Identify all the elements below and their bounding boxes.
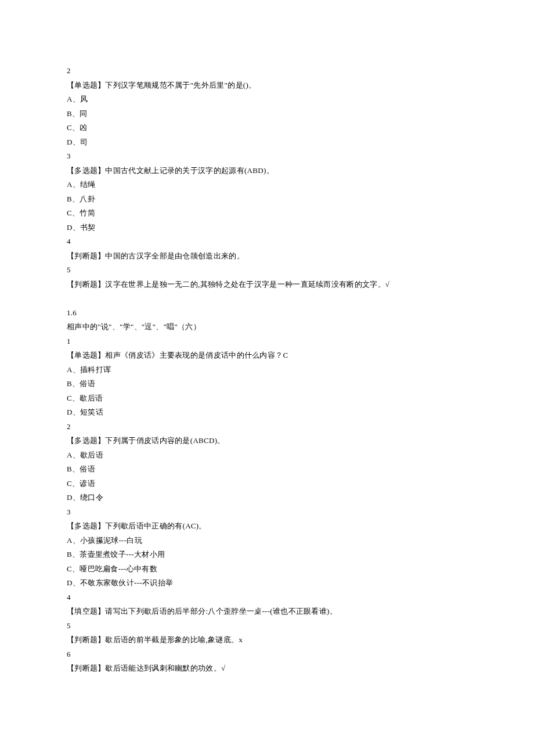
text-line: A、小孩攥泥球---白玩 [67,534,467,548]
text-line: 3 [67,505,467,520]
text-line: D、短笑话 [67,405,467,420]
text-line: C、歇后语 [67,391,467,406]
text-line: 相声中的"说"、"学"、"逗"、"唱"（六） [67,320,467,334]
text-line: B、俗语 [67,377,467,391]
text-line: 4 [67,235,467,249]
document-page: 2 【单选题】下列汉字笔顺规范不属于"先外后里"的是()。 A、风 B、同 C、… [0,0,534,711]
text-line: B、同 [67,107,467,121]
text-line: 4 [67,591,467,605]
text-line: D、绕口令 [67,491,467,505]
text-line: 5 [67,619,467,633]
text-line: 1 [67,334,467,349]
text-line: 【单选题】下列汉字笔顺规范不属于"先外后里"的是()。 [67,78,467,93]
text-line: C、谚语 [67,477,467,491]
text-line: 【多选题】下列歇后语中正确的有(AC)。 [67,519,467,534]
text-line: B、茶壶里煮饺子---大材小用 [67,548,467,562]
text-line: D、书契 [67,221,467,235]
text-line: B、八卦 [67,192,467,207]
text-line: B、俗语 [67,462,467,477]
text-line: A、风 [67,92,467,107]
text-line: 【判断题】中国的古汉字全部是由仓颉创造出来的。 [67,249,467,264]
text-line: 【判断题】歇后语的前半截是形象的比喻,象谜底。x [67,633,467,647]
text-line: 【多选题】中国古代文献上记录的关于汉字的起源有(ABD)。 [67,164,467,178]
text-line: C、竹简 [67,206,467,221]
text-line: D、司 [67,135,467,150]
text-line: 2 [67,64,467,78]
text-line: 2 [67,420,467,434]
text-line: D、不敬东家敬伙计---不识抬举 [67,576,467,591]
text-line: C、凶 [67,121,467,135]
text-line: 3 [67,149,467,164]
text-line [67,291,467,306]
text-line: A、结绳 [67,178,467,192]
text-line: C、哑巴吃扁食---心中有数 [67,562,467,577]
text-line: 【多选题】下列属于俏皮话内容的是(ABCD)。 [67,434,467,448]
text-line: 5 [67,263,467,278]
text-line: A、歇后语 [67,448,467,463]
text-line: 【单选题】相声《俏皮话》主要表现的是俏皮话中的什么内容？C [67,348,467,363]
text-line: 【填空题】请写出下列歇后语的后半部分:八个歪脖坐一桌---(谁也不正眼看谁)。 [67,604,467,619]
text-line: 6 [67,647,467,662]
text-line: 1.6 [67,306,467,321]
text-line: 【判断题】歇后语能达到讽刺和幽默的功效。√ [67,661,467,676]
text-line: 【判断题】汉字在世界上是独一无二的,其独特之处在于汉字是一种一直延续而没有断的文… [67,278,467,292]
text-line: A、插科打诨 [67,363,467,377]
